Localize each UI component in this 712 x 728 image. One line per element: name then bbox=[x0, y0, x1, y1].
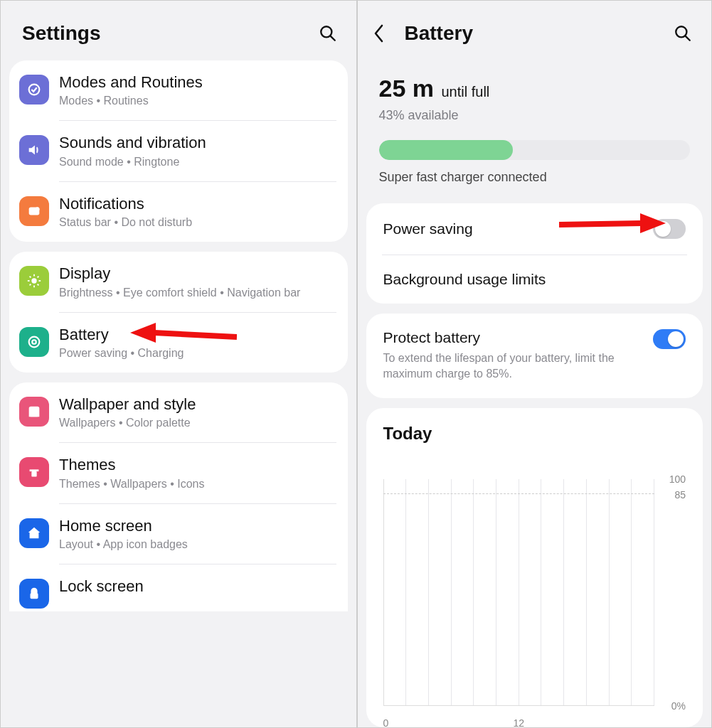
item-sub: Brightness • Eye comfort shield • Naviga… bbox=[59, 287, 335, 299]
chart-grid bbox=[383, 479, 655, 706]
page-title: Battery bbox=[405, 22, 671, 45]
chart-ref-line-85 bbox=[383, 493, 655, 494]
chevron-left-icon bbox=[373, 24, 385, 43]
y-label-85: 85 bbox=[674, 489, 686, 500]
settings-item-home-screen[interactable]: Home screen Layout • App icon badges bbox=[9, 504, 348, 564]
protect-battery-card: Protect battery To extend the lifespan o… bbox=[366, 314, 703, 398]
svg-line-11 bbox=[38, 284, 39, 286]
svg-point-5 bbox=[31, 279, 36, 284]
item-label: Lock screen bbox=[59, 577, 335, 596]
svg-line-13 bbox=[38, 277, 39, 278]
x-labels: 0 12 bbox=[383, 717, 655, 727]
background-usage-limits-row[interactable]: Background usage limits bbox=[366, 255, 703, 304]
item-sub: Status bar • Do not disturb bbox=[59, 216, 335, 229]
settings-group: Modes and Routines Modes • Routines Soun… bbox=[9, 60, 348, 242]
battery-progress bbox=[379, 140, 691, 160]
search-button[interactable] bbox=[315, 21, 341, 46]
y-label-0: 0% bbox=[671, 700, 686, 712]
settings-item-notifications[interactable]: Notifications Status bar • Do not distur… bbox=[9, 182, 348, 242]
item-sub: Power saving • Charging bbox=[59, 347, 335, 360]
item-label: Battery bbox=[59, 326, 335, 344]
power-options-card: Power saving Background usage limits bbox=[366, 203, 703, 304]
settings-item-battery[interactable]: Battery Power saving • Charging bbox=[9, 313, 348, 373]
themes-icon bbox=[19, 457, 49, 487]
settings-item-wallpaper[interactable]: Wallpaper and style Wallpapers • Color p… bbox=[9, 382, 348, 442]
power-saving-toggle[interactable] bbox=[653, 219, 686, 239]
battery-status: 25 m until full 43% available Super fast… bbox=[358, 60, 712, 203]
power-saving-row[interactable]: Power saving bbox=[366, 203, 703, 255]
chart-title: Today bbox=[383, 424, 686, 444]
time-until-full: 25 m bbox=[379, 75, 435, 102]
battery-header: Battery bbox=[358, 1, 712, 60]
wallpaper-icon bbox=[19, 397, 49, 427]
item-label: Home screen bbox=[59, 517, 335, 535]
sound-icon bbox=[19, 135, 49, 165]
protect-desc: To extend the lifespan of your battery, … bbox=[383, 350, 645, 382]
item-label: Display bbox=[59, 264, 335, 283]
protect-battery-toggle[interactable] bbox=[653, 329, 686, 349]
protect-battery-row[interactable]: Protect battery To extend the lifespan o… bbox=[366, 314, 703, 398]
back-button[interactable] bbox=[373, 24, 398, 43]
settings-group: Wallpaper and style Wallpapers • Color p… bbox=[9, 382, 348, 611]
battery-screen: Battery 25 m until full 43% available Su… bbox=[356, 1, 712, 727]
time-suffix: until full bbox=[441, 84, 489, 100]
home-icon bbox=[19, 518, 49, 548]
svg-line-1 bbox=[330, 36, 334, 41]
item-label: Themes bbox=[59, 456, 335, 474]
settings-item-themes[interactable]: Themes Themes • Wallpapers • Icons bbox=[9, 443, 348, 503]
settings-screen: Settings Modes and Routines Modes • Rout… bbox=[1, 1, 356, 727]
svg-line-12 bbox=[30, 284, 31, 286]
battery-progress-fill bbox=[379, 140, 513, 160]
search-button[interactable] bbox=[670, 21, 696, 46]
search-icon bbox=[674, 24, 692, 43]
y-label-100: 100 bbox=[669, 473, 686, 485]
item-label: Wallpaper and style bbox=[59, 395, 335, 414]
svg-point-19 bbox=[31, 408, 33, 411]
item-sub: Themes • Wallpapers • Icons bbox=[59, 478, 335, 491]
settings-item-display[interactable]: Display Brightness • Eye comfort shield … bbox=[9, 252, 348, 311]
svg-rect-21 bbox=[31, 593, 38, 599]
battery-icon bbox=[19, 327, 49, 357]
bg-limits-label: Background usage limits bbox=[383, 271, 686, 288]
item-label: Notifications bbox=[59, 195, 335, 213]
x-label-mid: 12 bbox=[513, 717, 524, 727]
notifications-icon bbox=[19, 196, 49, 226]
settings-item-modes-routines[interactable]: Modes and Routines Modes • Routines bbox=[9, 60, 348, 120]
lock-icon bbox=[19, 579, 49, 609]
power-saving-label: Power saving bbox=[383, 220, 654, 237]
item-sub: Layout • App icon badges bbox=[59, 538, 335, 551]
page-title: Settings bbox=[22, 22, 315, 45]
svg-rect-20 bbox=[31, 471, 36, 476]
item-label: Modes and Routines bbox=[59, 73, 335, 92]
item-sub: Sound mode • Ringtone bbox=[59, 156, 335, 168]
svg-line-23 bbox=[686, 36, 690, 41]
settings-header: Settings bbox=[1, 1, 356, 60]
svg-point-4 bbox=[36, 208, 39, 211]
modes-icon bbox=[19, 75, 49, 105]
svg-point-14 bbox=[29, 336, 40, 347]
search-icon bbox=[319, 24, 337, 43]
item-sub: Modes • Routines bbox=[59, 95, 335, 107]
charger-status: Super fast charger connected bbox=[379, 170, 691, 198]
x-label-start: 0 bbox=[383, 717, 389, 727]
percent-available: 43% available bbox=[379, 108, 691, 123]
usage-chart-card[interactable]: Today 100 85 0% 0 12 bbox=[366, 408, 703, 727]
svg-point-15 bbox=[32, 340, 36, 344]
item-sub: Wallpapers • Color palette bbox=[59, 417, 335, 429]
display-icon bbox=[19, 266, 49, 296]
svg-line-10 bbox=[30, 277, 31, 278]
settings-item-sounds[interactable]: Sounds and vibration Sound mode • Ringto… bbox=[9, 121, 348, 181]
settings-group: Display Brightness • Eye comfort shield … bbox=[9, 252, 348, 373]
protect-label: Protect battery bbox=[383, 329, 645, 346]
item-label: Sounds and vibration bbox=[59, 134, 335, 152]
settings-item-lock-screen[interactable]: Lock screen bbox=[9, 564, 348, 611]
chart-area: 100 85 0% 0 12 bbox=[383, 479, 686, 727]
